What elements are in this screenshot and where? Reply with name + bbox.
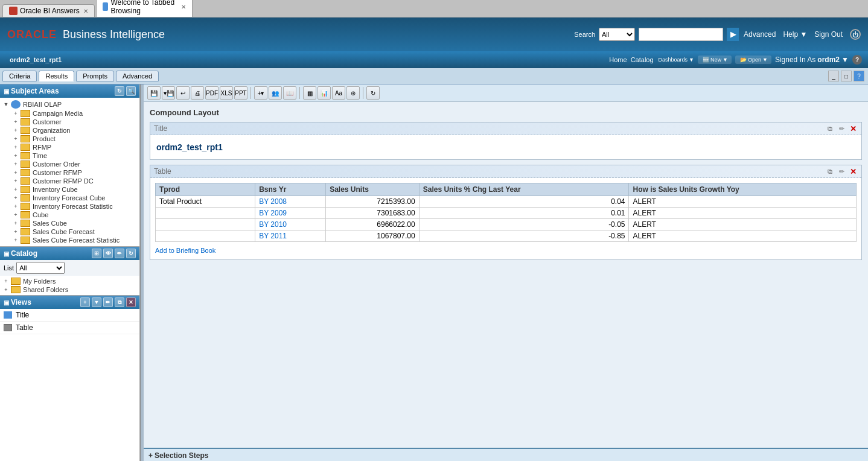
tree-item-rfmp[interactable]: + RFMP (10, 143, 139, 151)
tree-item-customer-order[interactable]: + Customer Order (10, 160, 139, 168)
col-sales-units[interactable]: Sales Units (326, 183, 420, 196)
catalog-header[interactable]: ▣ Catalog ⊞ 👁 ✏ ↻ (0, 247, 139, 260)
user-dropdown-arrow[interactable]: ▼ (841, 56, 849, 64)
toolbar-add-view-btn[interactable]: +▾ (254, 86, 267, 100)
toolbar-format-btn[interactable]: Aa (332, 86, 345, 100)
item-toggle[interactable]: + (12, 110, 19, 117)
tree-item-inventory-cube[interactable]: + Inventory Cube (10, 185, 139, 194)
welcome-tab-close[interactable]: ✕ (181, 4, 186, 10)
open-dropdown[interactable]: 📂 Open ▼ (735, 56, 771, 64)
views-dropdown-btn[interactable]: ▼ (92, 297, 101, 307)
signout-link[interactable]: Sign Out (814, 30, 843, 39)
views-add-btn[interactable]: + (80, 297, 90, 307)
catalog-my-folders[interactable]: + My Folders (0, 277, 139, 285)
toolbar-grid-btn[interactable]: ▦ (303, 86, 316, 100)
catalog-shared-folders[interactable]: + Shared Folders (0, 285, 139, 294)
minimize-btn[interactable]: _ (828, 71, 839, 81)
help-btn[interactable]: ? (854, 71, 864, 81)
new-dropdown[interactable]: 🆕 New ▼ (698, 56, 732, 64)
folder-icon-4 (21, 144, 30, 151)
col-pct-chg[interactable]: Sales Units % Chg Last Year (419, 183, 629, 196)
tree-item-campaign-media[interactable]: + Campaign Media (10, 109, 139, 118)
browser-tab-oracle[interactable]: Oracle BI Answers ✕ (2, 4, 95, 17)
sa-reload-btn[interactable]: ↻ (115, 86, 124, 96)
cell-bsns-yr-1[interactable]: BY 2009 (255, 208, 326, 219)
briefing-book-link[interactable]: Add to Briefing Book (155, 247, 215, 254)
toolbar-chart-btn[interactable]: 📊 (318, 86, 331, 100)
table-copy-icon[interactable]: ⧉ (825, 167, 835, 176)
toolbar-ppt-btn[interactable]: PPT (234, 86, 247, 100)
tree-item-customer-rfmp[interactable]: + Customer RFMP (10, 168, 139, 177)
table-card: Table ⧉ ✏ ✕ Tprod Bsns Yr Sales Units (150, 165, 862, 260)
toolbar-people-btn[interactable]: 👥 (269, 86, 282, 100)
tab-prompts[interactable]: Prompts (76, 71, 114, 81)
dashboards-dropdown[interactable]: Dashboards ▼ (657, 57, 694, 63)
toolbar-print-btn[interactable] (191, 86, 204, 100)
search-go-button[interactable]: ▶ (727, 28, 739, 41)
tree-item-sales-cube-forecast[interactable]: + Sales Cube Forecast (10, 227, 139, 236)
catalog-edit-btn[interactable]: ✏ (115, 249, 124, 258)
title-delete-icon[interactable]: ✕ (848, 124, 858, 133)
col-growth[interactable]: How is Sales Units Growth Yoy (629, 183, 857, 196)
catalog-link[interactable]: Catalog (631, 56, 654, 63)
tab-results[interactable]: Results (39, 71, 74, 81)
tree-item-inventory-forecast-statistic[interactable]: + Inventory Forecast Statistic (10, 202, 139, 211)
tree-item-sales-cube-forecast-statistic[interactable]: + Sales Cube Forecast Statistic (10, 236, 139, 244)
view-item-table[interactable]: Table (0, 322, 139, 334)
root-toggle[interactable]: ▼ (2, 101, 10, 108)
cell-bsns-yr-2[interactable]: BY 2010 (255, 219, 326, 230)
subject-areas-icons: ↻ 🔍 (115, 86, 136, 96)
views-edit-btn[interactable]: ✏ (103, 297, 113, 307)
catalog-reload-btn[interactable]: ↻ (126, 249, 136, 258)
tree-item-product[interactable]: + Product (10, 135, 139, 143)
selection-steps[interactable]: + Selection Steps (144, 448, 868, 461)
sa-search-btn[interactable]: 🔍 (126, 86, 136, 96)
toolbar-save-btn[interactable] (147, 86, 161, 100)
search-input[interactable] (639, 28, 723, 41)
tree-item-sales-cube[interactable]: + Sales Cube (10, 219, 139, 227)
table-delete-icon[interactable]: ✕ (848, 167, 858, 176)
toolbar-excel-btn[interactable]: XLS (220, 86, 233, 100)
maximize-btn[interactable]: □ (841, 71, 852, 81)
subject-areas-header[interactable]: ▣ Subject Areas ↻ 🔍 (0, 84, 139, 98)
cell-bsns-yr-0[interactable]: BY 2008 (255, 196, 326, 208)
tab-advanced[interactable]: Advanced (116, 71, 159, 81)
tree-item-cube[interactable]: + Cube (10, 211, 139, 219)
table-view-label: Table (16, 323, 33, 332)
advanced-link[interactable]: Advanced (744, 30, 776, 39)
power-icon[interactable]: ⏻ (850, 29, 861, 40)
catalog-share-btn[interactable]: ⊞ (92, 249, 101, 258)
browser-tab-welcome[interactable]: Welcome to Tabbed Browsing ✕ (96, 0, 193, 17)
views-header[interactable]: ▣ Views + ▼ ✏ ⧉ ✕ (0, 296, 139, 309)
tree-item-customer-rfmp-dc[interactable]: + Customer RFMP DC (10, 177, 139, 185)
help-icon-nav[interactable]: ? (852, 55, 862, 65)
title-copy-icon[interactable]: ⧉ (825, 124, 835, 133)
title-edit-icon[interactable]: ✏ (837, 124, 846, 133)
toolbar-undo-btn[interactable]: ↩ (176, 86, 190, 100)
item-label-4: RFMP (33, 144, 51, 151)
views-delete-btn[interactable]: ✕ (126, 297, 136, 307)
tab-criteria[interactable]: Criteria (2, 71, 37, 81)
cell-bsns-yr-3[interactable]: BY 2011 (255, 230, 326, 242)
help-link[interactable]: Help ▼ (783, 30, 807, 39)
toolbar-pdf-btn[interactable]: PDF (205, 86, 219, 100)
tree-item-organization[interactable]: + Organization (10, 126, 139, 135)
catalog-list-select[interactable]: All My Folders Shared (16, 262, 65, 274)
oracle-tab-close[interactable]: ✕ (83, 8, 88, 14)
table-edit-icon[interactable]: ✏ (837, 167, 846, 176)
toolbar-filter-btn[interactable]: ⊛ (346, 86, 360, 100)
tree-item-time[interactable]: + Time (10, 151, 139, 160)
tree-item-inventory-forecast-cube[interactable]: + Inventory Forecast Cube (10, 194, 139, 202)
catalog-eye-btn[interactable]: 👁 (103, 249, 113, 258)
toolbar-briefing-btn[interactable]: 📖 (283, 86, 296, 100)
col-bsns-yr[interactable]: Bsns Yr (255, 183, 326, 196)
toolbar-refresh-btn[interactable]: ↻ (366, 86, 380, 100)
views-copy-btn[interactable]: ⧉ (115, 297, 124, 307)
home-link[interactable]: Home (609, 56, 627, 63)
tree-item-customer[interactable]: + Customer (10, 118, 139, 126)
tree-root-row[interactable]: ▼ RBIAII OLAP (0, 100, 139, 109)
toolbar-save-as-btn[interactable]: ▾💾 (162, 86, 175, 100)
view-item-title[interactable]: Title (0, 309, 139, 322)
col-tprod[interactable]: Tprod (156, 183, 255, 196)
search-scope-select[interactable]: All (599, 28, 635, 41)
